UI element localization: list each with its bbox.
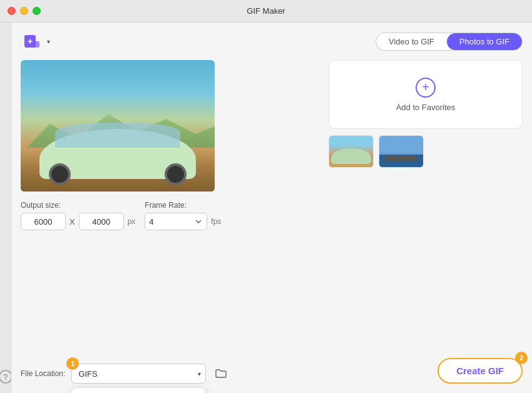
add-media-icon: + xyxy=(23,34,41,49)
file-location-row: File Location: 1 GIFS ▾ Same As xyxy=(21,364,230,384)
thumbnails-row xyxy=(329,135,523,168)
height-input[interactable] xyxy=(79,213,124,230)
frame-rate-label: Frame Rate: xyxy=(145,201,221,210)
thumbnail-2[interactable] xyxy=(379,135,424,168)
thumbnail-1[interactable] xyxy=(329,135,374,168)
file-location-dropdown: Same As Source Folder GIFS Other... xyxy=(71,387,206,393)
help-icon[interactable]: ? xyxy=(0,370,13,384)
close-button[interactable] xyxy=(8,7,16,15)
folder-icon xyxy=(215,369,227,379)
frame-rate-group: Frame Rate: 4 fps xyxy=(145,201,221,230)
fps-label: fps xyxy=(211,217,221,226)
tab-video-to-gif[interactable]: Video to GIF xyxy=(376,33,447,50)
minimize-button[interactable] xyxy=(20,7,28,15)
main-photo-preview xyxy=(21,60,215,191)
svg-rect-2 xyxy=(33,41,39,48)
add-media-button[interactable]: + xyxy=(21,32,43,51)
car-windshield xyxy=(55,123,180,148)
car-wheel-right xyxy=(165,163,187,185)
file-location-label: File Location: xyxy=(21,369,65,378)
tab-photos-to-gif[interactable]: Photos to GIF xyxy=(447,33,522,50)
bottom-area: File Location: 1 GIFS ▾ Same As xyxy=(21,345,319,384)
left-panel: Output size: X px Frame Rate: xyxy=(21,60,319,384)
browse-folder-button[interactable] xyxy=(212,365,230,382)
size-inputs: X px xyxy=(21,213,135,230)
title-bar: GIF Maker xyxy=(0,0,532,23)
settings-row: Output size: X px Frame Rate: xyxy=(21,201,319,230)
create-gif-wrapper: 2 Create GIF xyxy=(437,358,523,384)
add-media-dropdown-arrow[interactable]: ▾ xyxy=(47,38,50,45)
svg-text:+: + xyxy=(28,36,33,46)
add-to-favorites-box[interactable]: + Add to Favorites xyxy=(329,60,523,129)
frame-rate-select[interactable]: 4 xyxy=(145,213,207,230)
thumb-bridge-2 xyxy=(386,156,417,161)
file-location-select[interactable]: GIFS xyxy=(71,364,206,384)
x-separator: X xyxy=(69,217,75,227)
add-to-favorites-label: Add to Favorites xyxy=(396,103,456,112)
favorites-plus-icon: + xyxy=(416,78,436,98)
create-gif-button[interactable]: Create GIF xyxy=(437,358,523,384)
px-label: px xyxy=(128,217,136,226)
nav-left: + ▾ xyxy=(21,32,50,51)
fullscreen-button[interactable] xyxy=(33,7,41,15)
car-wheel-left xyxy=(49,163,71,185)
window-controls xyxy=(8,7,41,15)
dropdown-item-same-as-source[interactable]: Same As Source Folder xyxy=(72,390,205,393)
content-area: Output size: X px Frame Rate: xyxy=(21,60,523,384)
top-nav: + ▾ Video to GIF Photos to GIF xyxy=(21,32,523,51)
width-input[interactable] xyxy=(21,213,66,230)
main-content: + ▾ Video to GIF Photos to GIF xyxy=(11,23,532,393)
thumb-car-1 xyxy=(331,148,371,164)
left-sidebar: ? xyxy=(0,23,11,393)
app-title: GIF Maker xyxy=(247,6,285,16)
car-decoration xyxy=(33,104,202,179)
frame-rate-inputs: 4 fps xyxy=(145,213,221,230)
app-container: ? + ▾ Video to GIF Photos to GIF xyxy=(0,23,532,393)
file-location-wrapper: 1 GIFS ▾ Same As Source Folder xyxy=(71,364,206,384)
step-badge-2: 2 xyxy=(515,352,528,364)
right-panel: + Add to Favorites xyxy=(329,60,523,384)
output-size-label: Output size: xyxy=(21,201,135,210)
nav-tabs: Video to GIF Photos to GIF xyxy=(376,33,523,51)
output-size-group: Output size: X px xyxy=(21,201,135,230)
